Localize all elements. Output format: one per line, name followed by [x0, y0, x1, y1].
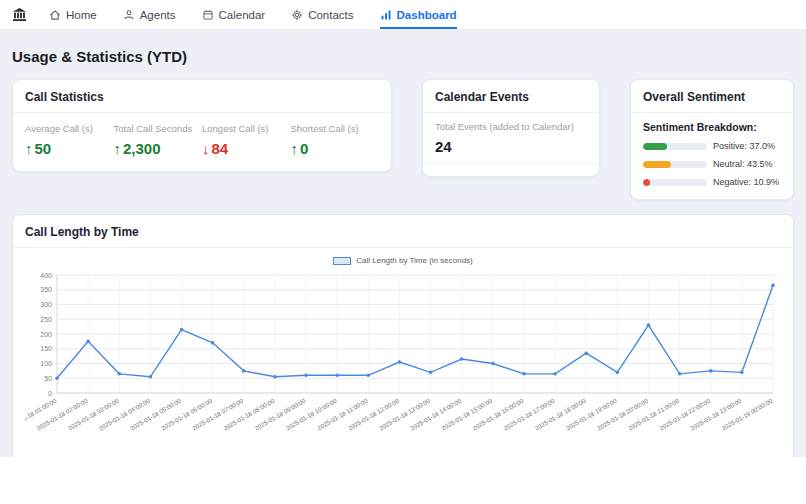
home-icon: [49, 9, 61, 21]
call-length-chart-card: Call Length by Time Call Length by Time …: [12, 214, 794, 464]
divider: [13, 112, 391, 113]
nav-item-label: Calendar: [219, 9, 266, 21]
total-events-value: 24: [435, 138, 587, 155]
chart-legend[interactable]: Call Length by Time (in seconds): [25, 256, 781, 265]
svg-text:300: 300: [40, 301, 52, 308]
divider: [423, 163, 599, 164]
stat-shortest-call: Shortest Call (s) ↑0: [291, 123, 380, 157]
svg-text:400: 400: [40, 272, 52, 279]
negative-bar-fill: [643, 179, 650, 186]
stat-value: ↓84: [202, 140, 291, 157]
nav-item-contacts[interactable]: Contacts: [291, 0, 353, 29]
positive-label: Positive: 37.0%: [713, 141, 775, 151]
page-footer: [0, 457, 806, 504]
call-statistics-card: Call Statistics Average Call (s) ↑50 Tot…: [12, 79, 392, 172]
app-window: Home Agents Calendar Contacts Dashboard: [0, 0, 806, 504]
top-navbar: Home Agents Calendar Contacts Dashboard: [0, 0, 806, 30]
stat-label: Longest Call (s): [202, 123, 291, 134]
neutral-label: Neutral: 43.5%: [713, 159, 773, 169]
calendar-events-card: Calendar Events Total Events (added to C…: [422, 79, 600, 177]
sentiment-row-positive: Positive: 37.0%: [643, 141, 781, 151]
stat-total-call-seconds: Total Call Seconds ↑2,300: [114, 123, 203, 157]
total-events-label: Total Events (added to Calendar): [435, 121, 587, 132]
down-arrow-icon: ↓: [202, 140, 210, 157]
divider: [631, 112, 793, 113]
svg-text:350: 350: [40, 286, 52, 293]
legend-label: Call Length by Time (in seconds): [356, 256, 473, 265]
svg-text:0: 0: [48, 390, 52, 397]
negative-bar-track: [643, 179, 707, 186]
nav-item-label: Home: [66, 9, 97, 21]
nav-item-calendar[interactable]: Calendar: [202, 0, 266, 29]
stats-cards-row: Call Statistics Average Call (s) ↑50 Tot…: [12, 79, 794, 200]
sentiment-row-neutral: Neutral: 43.5%: [643, 159, 781, 169]
nav-item-label: Dashboard: [397, 9, 457, 21]
person-icon: [123, 9, 135, 21]
svg-text:50: 50: [44, 375, 52, 382]
page-title: Usage & Statistics (YTD): [12, 48, 794, 65]
negative-label: Negative: 10.9%: [713, 177, 779, 187]
positive-bar-fill: [643, 143, 667, 150]
nav-item-agents[interactable]: Agents: [123, 0, 176, 29]
overall-sentiment-card: Overall Sentiment Sentiment Breakdown: P…: [630, 79, 794, 200]
divider: [423, 112, 599, 113]
bar-chart-icon: [380, 9, 392, 21]
stat-average-call: Average Call (s) ↑50: [25, 123, 114, 157]
nav-item-label: Contacts: [308, 9, 353, 21]
line-chart[interactable]: 0501001502002503003504002025-01-18 01:00…: [25, 267, 781, 453]
card-title: Call Statistics: [25, 90, 379, 104]
card-title: Call Length by Time: [25, 225, 781, 239]
divider: [13, 247, 793, 248]
neutral-bar-track: [643, 161, 707, 168]
neutral-bar-fill: [643, 161, 671, 168]
stat-label: Total Call Seconds: [114, 123, 203, 134]
main-content: Usage & Statistics (YTD) Call Statistics…: [0, 30, 806, 457]
app-logo-icon[interactable]: [12, 0, 27, 29]
up-arrow-icon: ↑: [291, 140, 299, 157]
stat-longest-call: Longest Call (s) ↓84: [202, 123, 291, 157]
svg-text:200: 200: [40, 331, 52, 338]
nav-item-dashboard[interactable]: Dashboard: [380, 0, 457, 29]
sentiment-row-negative: Negative: 10.9%: [643, 177, 781, 187]
nav-item-label: Agents: [140, 9, 176, 21]
call-stats-list: Average Call (s) ↑50 Total Call Seconds …: [25, 121, 379, 161]
card-title: Overall Sentiment: [643, 90, 781, 104]
stat-value: ↑0: [291, 140, 380, 157]
stat-value: ↑50: [25, 140, 114, 157]
svg-text:150: 150: [40, 345, 52, 352]
svg-text:250: 250: [40, 316, 52, 323]
gear-icon: [291, 9, 303, 21]
svg-text:100: 100: [40, 360, 52, 367]
stat-label: Average Call (s): [25, 123, 114, 134]
stat-label: Shortest Call (s): [291, 123, 380, 134]
card-title: Calendar Events: [435, 90, 587, 104]
positive-bar-track: [643, 143, 707, 150]
legend-swatch-icon: [333, 257, 351, 265]
calendar-icon: [202, 9, 214, 21]
up-arrow-icon: ↑: [114, 140, 122, 157]
nav-item-home[interactable]: Home: [49, 0, 97, 29]
sentiment-breakdown-label: Sentiment Breakdown:: [643, 121, 781, 133]
up-arrow-icon: ↑: [25, 140, 33, 157]
stat-value: ↑2,300: [114, 140, 203, 157]
